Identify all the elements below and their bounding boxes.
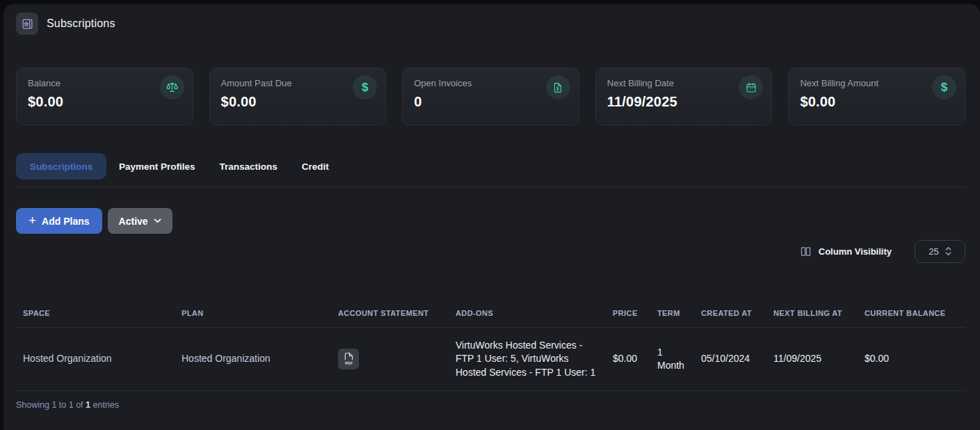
plus-icon: + bbox=[29, 214, 36, 227]
cell-plan: Hosted Organization bbox=[175, 328, 331, 391]
column-header-term[interactable]: TERM bbox=[650, 302, 694, 328]
subscriptions-page: Subscriptions Balance $0.00 Amount Past … bbox=[3, 4, 980, 430]
stat-value: 11/09/2025 bbox=[607, 94, 761, 110]
page-size-value: 25 bbox=[929, 246, 938, 257]
status-filter-dropdown[interactable]: Active bbox=[108, 208, 172, 234]
stat-card-next-billing-amount: Next Billing Amount $0.00 $ bbox=[788, 67, 965, 125]
subscriptions-icon bbox=[16, 13, 38, 35]
stat-label: Next Billing Date bbox=[607, 78, 761, 88]
column-header-plan[interactable]: PLAN bbox=[175, 302, 331, 328]
toolbar: + Add Plans Active bbox=[16, 208, 965, 234]
add-plans-button[interactable]: + Add Plans bbox=[16, 208, 102, 234]
svg-text:PDF: PDF bbox=[344, 361, 353, 365]
dollar-icon: $ bbox=[932, 75, 956, 99]
svg-text:$: $ bbox=[556, 86, 559, 91]
invoice-icon: $ bbox=[546, 75, 570, 99]
divider bbox=[16, 186, 965, 187]
column-header-next-billing-at[interactable]: NEXT BILLING AT bbox=[766, 302, 858, 328]
stat-card-amount-past-due: Amount Past Due $0.00 $ bbox=[209, 67, 387, 125]
stat-label: Next Billing Amount bbox=[800, 78, 954, 88]
stat-value: $0.00 bbox=[221, 94, 375, 110]
cell-created-at: 05/10/2024 bbox=[694, 328, 766, 391]
tab-subscriptions[interactable]: Subscriptions bbox=[16, 153, 106, 180]
table-controls: Column Visibility 25 bbox=[16, 239, 965, 263]
columns-icon bbox=[800, 246, 812, 257]
chevron-down-icon bbox=[154, 218, 161, 223]
status-filter-label: Active bbox=[119, 216, 148, 227]
column-header-current-balance[interactable]: CURRENT BALANCE bbox=[858, 302, 965, 328]
cell-current-balance: $0.00 bbox=[858, 328, 965, 391]
entries-summary: Showing 1 to 1 of 1 entries bbox=[16, 400, 965, 410]
cell-account-statement: PDF bbox=[331, 328, 449, 391]
stat-value: $0.00 bbox=[800, 94, 954, 110]
cell-next-billing-at: 11/09/2025 bbox=[766, 328, 858, 391]
balance-scale-icon bbox=[160, 75, 184, 99]
page-header: Subscriptions bbox=[16, 13, 965, 35]
column-header-space[interactable]: SPACE bbox=[16, 302, 175, 328]
cell-space: Hosted Organization bbox=[16, 328, 175, 391]
table-header-row: SPACE PLAN ACCOUNT STATEMENT ADD-ONS PRI… bbox=[16, 302, 965, 328]
cell-term: 1 Month bbox=[650, 328, 694, 391]
stat-value: $0.00 bbox=[28, 94, 182, 110]
column-header-created-at[interactable]: CREATED AT bbox=[694, 302, 766, 328]
stat-card-open-invoices: Open Invoices 0 $ bbox=[402, 67, 579, 125]
subscriptions-table: SPACE PLAN ACCOUNT STATEMENT ADD-ONS PRI… bbox=[16, 302, 965, 391]
column-visibility-label: Column Visibility bbox=[819, 246, 892, 257]
cell-add-ons: VirtuWorks Hosted Services - FTP 1 User:… bbox=[449, 328, 606, 391]
stat-value: 0 bbox=[414, 94, 568, 110]
page-title: Subscriptions bbox=[47, 17, 115, 30]
column-header-add-ons[interactable]: ADD-ONS bbox=[449, 302, 606, 328]
stat-cards: Balance $0.00 Amount Past Due $0.00 $ Op… bbox=[16, 67, 965, 125]
entries-total: 1 bbox=[86, 400, 90, 410]
column-visibility-button[interactable]: Column Visibility bbox=[800, 246, 892, 257]
stat-card-balance: Balance $0.00 bbox=[16, 67, 193, 125]
select-chevrons-icon bbox=[945, 246, 951, 256]
stat-label: Amount Past Due bbox=[221, 78, 375, 88]
add-plans-label: Add Plans bbox=[42, 216, 89, 227]
page-size-select[interactable]: 25 bbox=[915, 240, 965, 263]
stat-card-next-billing-date: Next Billing Date 11/09/2025 bbox=[595, 67, 773, 125]
column-header-price[interactable]: PRICE bbox=[606, 302, 650, 328]
stat-label: Open Invoices bbox=[414, 78, 568, 88]
table-row: Hosted Organization Hosted Organization … bbox=[16, 328, 965, 391]
tab-bar: Subscriptions Payment Profiles Transacti… bbox=[16, 153, 965, 180]
dollar-icon: $ bbox=[353, 75, 377, 99]
tab-credit[interactable]: Credit bbox=[290, 153, 341, 180]
stat-label: Balance bbox=[28, 78, 182, 88]
tab-transactions[interactable]: Transactions bbox=[208, 153, 289, 180]
cell-price: $0.00 bbox=[606, 328, 650, 391]
column-header-account-statement[interactable]: ACCOUNT STATEMENT bbox=[331, 302, 449, 328]
pdf-icon[interactable]: PDF bbox=[338, 349, 359, 369]
tab-payment-profiles[interactable]: Payment Profiles bbox=[107, 153, 207, 180]
